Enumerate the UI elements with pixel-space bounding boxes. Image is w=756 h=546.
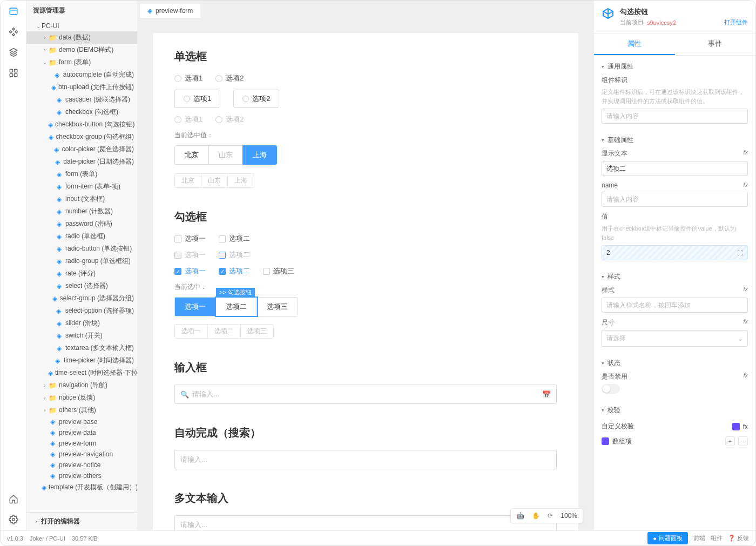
tree-item-component[interactable]: ◈color-picker (颜色选择器): [26, 143, 137, 156]
tree-item-file[interactable]: ◈preview-others: [26, 470, 137, 481]
tree-item-file[interactable]: ◈preview-base: [26, 416, 137, 427]
frontend-link[interactable]: 前端: [693, 534, 705, 542]
tree-item-component[interactable]: ◈btn-upload (文件上传按钮): [26, 81, 137, 93]
section-state[interactable]: 状态: [602, 352, 748, 372]
text-input[interactable]: 🔍 请输入... 📅: [174, 385, 557, 404]
disabled-toggle[interactable]: [602, 384, 620, 394]
editor-tabs: ◈preview-form: [138, 1, 593, 18]
tree-item-component[interactable]: ◈checkbox-button (勾选按钮): [26, 118, 137, 131]
tree-item-component[interactable]: ◈radio-button (单选按钮): [26, 242, 137, 255]
comp-id-input[interactable]: [602, 109, 748, 124]
fx-size[interactable]: fx: [743, 318, 748, 327]
hand-icon[interactable]: ✋: [532, 512, 540, 520]
explorer-icon[interactable]: [8, 6, 19, 17]
tree-folder-others[interactable]: ›📁others (其他): [26, 404, 137, 416]
tree-folder-data[interactable]: ›📁data (数据): [26, 31, 137, 44]
tree-item-component[interactable]: ◈form-item (表单-项): [26, 180, 137, 193]
fx-disabled[interactable]: fx: [743, 372, 748, 381]
cb-btn-3[interactable]: 选项三: [257, 298, 298, 316]
open-component-link[interactable]: 打开组件: [724, 18, 748, 26]
tree-item-component[interactable]: ◈time-select (时间选择器-下拉选择): [26, 367, 137, 379]
cb-opt1[interactable]: 选项一: [174, 234, 206, 244]
size-select[interactable]: 请选择⌄: [602, 330, 748, 347]
open-editors[interactable]: › 打开的编辑器: [26, 512, 137, 530]
tree-folder-navigation[interactable]: ›📁navigation (导航): [26, 379, 137, 392]
components-icon[interactable]: [8, 26, 19, 37]
add-array-item[interactable]: +: [725, 436, 735, 446]
tree-item-file[interactable]: ◈preview-form: [26, 438, 137, 449]
inspector-tab-props[interactable]: 属性: [594, 33, 675, 55]
city-sh[interactable]: 上海: [242, 145, 277, 165]
tree-item-component[interactable]: ◈select (选择器): [26, 280, 137, 292]
tree-item-component[interactable]: ◈textarea (多文本输入框): [26, 342, 137, 354]
tree-item-component[interactable]: ◈number (计数器): [26, 205, 137, 218]
cb-opt2[interactable]: 选项二: [219, 234, 250, 244]
tree-item-component[interactable]: ◈slider (滑块): [26, 317, 137, 329]
svg-rect-2: [14, 69, 17, 72]
layers-icon[interactable]: [8, 47, 19, 58]
section-general[interactable]: 通用属性: [602, 56, 748, 76]
section-basic[interactable]: 基础属性: [602, 129, 748, 149]
settings-icon[interactable]: [8, 514, 19, 525]
bot-icon[interactable]: 🤖: [516, 512, 524, 520]
city-bj[interactable]: 北京: [174, 145, 209, 165]
tree-item-component[interactable]: ◈switch (开关): [26, 329, 137, 342]
tree-item-component[interactable]: ◈autocomplete (自动完成): [26, 69, 137, 81]
apps-icon[interactable]: [8, 68, 19, 78]
radio-opt1[interactable]: 选项1: [174, 73, 202, 83]
cb-opt2-chk[interactable]: ✓选项二: [219, 266, 250, 276]
tree-item-component[interactable]: ◈rate (评分): [26, 267, 137, 280]
tree-item-component[interactable]: ◈cascader (级联选择器): [26, 93, 137, 106]
fx-displaytext[interactable]: fx: [743, 149, 748, 158]
radio-opt2[interactable]: 选项2: [215, 73, 244, 83]
radio-btn-opt2[interactable]: 选项2: [233, 90, 279, 108]
tree-item-file[interactable]: ◈preview-notice: [26, 460, 137, 470]
tree-item-component[interactable]: ◈time-picker (时间选择器): [26, 354, 137, 367]
tree-item-component[interactable]: ◈date-picker (日期选择器): [26, 156, 137, 168]
component-link[interactable]: 组件: [711, 534, 723, 542]
autocomplete-input[interactable]: 请输入...: [174, 450, 557, 469]
section-validate[interactable]: 校验: [602, 399, 748, 419]
tree-root[interactable]: ⌄PC-UI: [26, 21, 137, 31]
status-bar: v1.0.3 Joker / PC-UI 30.57 KiB ● 问题面板 前端…: [1, 530, 755, 545]
issues-panel-button[interactable]: ● 问题面板: [647, 532, 688, 544]
fx-validate[interactable]: fx: [743, 423, 748, 430]
refresh-icon[interactable]: ⟳: [548, 512, 553, 520]
textarea-input[interactable]: 请输入...: [174, 515, 557, 530]
fx-name[interactable]: fx: [743, 181, 748, 189]
cb-btn-group-small: 选项一 选项二 选项三: [174, 324, 274, 339]
inspector-tab-events[interactable]: 事件: [675, 33, 756, 55]
tree-item-component[interactable]: ◈select-group (选择器分组): [26, 292, 137, 305]
tree-item-component[interactable]: ◈radio (单选框): [26, 230, 137, 242]
name-input[interactable]: [602, 192, 748, 207]
feedback-link[interactable]: ❓ 反馈: [728, 534, 749, 542]
cb-btn-2[interactable]: >> 勾选按钮 选项二: [216, 298, 257, 316]
tree-folder-notice[interactable]: ›📁notice (反馈): [26, 392, 137, 404]
style-input[interactable]: [602, 298, 748, 313]
tree-item-component[interactable]: ◈form (表单): [26, 168, 137, 180]
expand-icon[interactable]: ⛶: [737, 250, 743, 256]
tree-item-file[interactable]: ◈template (开发模板（创建用）): [26, 481, 137, 494]
value-input[interactable]: 2 ⛶: [602, 245, 748, 260]
tree-item-component[interactable]: ◈checkbox (勾选框): [26, 106, 137, 118]
section-style[interactable]: 样式: [602, 266, 748, 286]
cb-opt3[interactable]: 选项三: [263, 266, 294, 276]
tree-item-component[interactable]: ◈input (文本框): [26, 193, 137, 205]
tree-item-file[interactable]: ◈preview-navigation: [26, 449, 137, 460]
tab-preview-form[interactable]: ◈preview-form: [140, 4, 200, 18]
selected-label: >> 勾选按钮: [216, 288, 255, 297]
tree-item-component[interactable]: ◈radio-group (单选框组): [26, 255, 137, 267]
tree-item-file[interactable]: ◈preview-data: [26, 427, 137, 438]
display-text-input[interactable]: [602, 161, 748, 176]
fx-style[interactable]: fx: [743, 286, 748, 295]
tree-folder-form[interactable]: ⌄📁form (表单): [26, 56, 137, 69]
tree-item-component[interactable]: ◈password (密码): [26, 218, 137, 230]
cb-opt1-chk[interactable]: ✓选项一: [174, 266, 206, 276]
cb-btn-1[interactable]: 选项一: [175, 298, 216, 316]
tree-folder-demo[interactable]: ›📁demo (DEMO样式): [26, 44, 137, 56]
more-array-item[interactable]: ⋯: [738, 436, 748, 446]
home-icon[interactable]: [8, 494, 19, 504]
tree-item-component[interactable]: ◈select-option (选择器项): [26, 305, 137, 317]
radio-btn-opt1[interactable]: 选项1: [174, 90, 220, 108]
tree-item-component[interactable]: ◈checkbox-group (勾选框组): [26, 131, 137, 143]
